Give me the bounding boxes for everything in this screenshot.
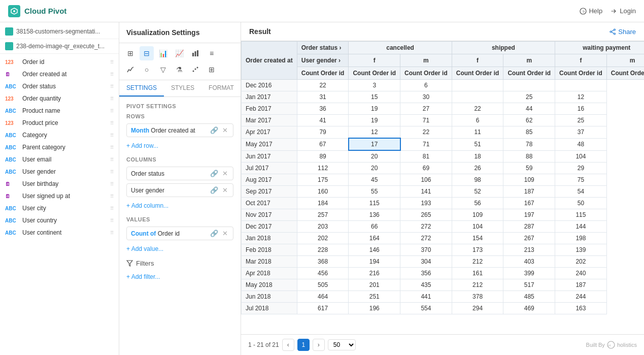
- value-pill-edit-0[interactable]: 🔗: [209, 230, 219, 237]
- sidebar-item-7[interactable]: ABCParent category⠿: [0, 141, 119, 153]
- svg-text:H: H: [608, 344, 611, 347]
- cell-9-3: 52: [452, 186, 503, 198]
- sidebar-item-4[interactable]: ABCProduct name⠿: [0, 105, 119, 117]
- cell-10-3: 56: [452, 198, 503, 209]
- row-pill-actions-0: 🔗 ✕: [209, 126, 229, 134]
- sidebar-item-12[interactable]: ABCUser city⠿: [0, 202, 119, 214]
- pivot-icon-btn[interactable]: ⊟: [140, 46, 154, 60]
- svg-text:?: ?: [583, 10, 585, 14]
- sidebar-item-badge-9: ABC: [5, 169, 19, 175]
- tab-format[interactable]: FORMAT: [201, 80, 241, 96]
- sidebar-item-13[interactable]: ABCUser country⠿: [0, 214, 119, 227]
- column-chart-icon-btn[interactable]: [188, 46, 202, 60]
- area-chart-icon-btn[interactable]: [123, 62, 138, 77]
- sidebar-item-1[interactable]: 🗓Order created at⠿: [0, 68, 119, 80]
- table-icon-btn[interactable]: ⊞: [123, 46, 138, 60]
- svg-rect-5: [195, 51, 196, 56]
- svg-point-7: [193, 71, 194, 72]
- prev-page-btn[interactable]: ‹: [282, 339, 294, 351]
- add-row-link[interactable]: + Add row...: [126, 140, 233, 151]
- sidebar-item-2[interactable]: ABCOrder status⠿: [0, 80, 119, 92]
- column-pill-remove-0[interactable]: ✕: [221, 170, 229, 177]
- line-chart-icon-btn[interactable]: 📈: [172, 46, 186, 60]
- cell-18-0: 464: [297, 291, 349, 303]
- cell-17-5: 187: [555, 279, 607, 291]
- column-pill-edit-1[interactable]: 🔗: [209, 186, 219, 194]
- tab-settings[interactable]: SETTINGS: [119, 80, 164, 96]
- result-header: Result Share: [241, 22, 644, 41]
- sidebar-item-14[interactable]: ABCUser continent⠿: [0, 227, 119, 239]
- cell-13-0: 202: [297, 233, 349, 244]
- th-count-3: Count Order id: [503, 67, 555, 80]
- tab-styles[interactable]: STYLES: [164, 80, 201, 96]
- sidebar-item-9[interactable]: ABCUser gender⠿: [0, 166, 119, 178]
- list-icon-btn[interactable]: ≡: [205, 46, 219, 60]
- help-link[interactable]: ? Help: [580, 7, 602, 15]
- page-1-btn[interactable]: 1: [297, 339, 310, 351]
- row-label-17: May 2018: [242, 279, 297, 291]
- value-pill-remove-0[interactable]: ✕: [221, 230, 229, 237]
- sidebar-item-drag-2: ⠿: [110, 84, 114, 89]
- table-head: Order created atOrder status ›cancelleds…: [242, 42, 645, 80]
- table-row: Jun 20178920811888104: [242, 150, 645, 163]
- add-column-link[interactable]: + Add column...: [126, 200, 233, 211]
- column-pill-remove-1[interactable]: ✕: [221, 186, 229, 194]
- sidebar-item-10[interactable]: 🗓User birthday⠿: [0, 178, 119, 190]
- cell-18-1: 251: [349, 291, 400, 303]
- next-page-btn[interactable]: ›: [313, 339, 325, 351]
- cell-17-1: 201: [349, 279, 400, 291]
- cell-8-1: 45: [349, 174, 400, 186]
- cell-13-3: 154: [452, 233, 503, 244]
- per-page-dropdown[interactable]: 50 25 100: [328, 339, 356, 350]
- cell-12-5: 144: [555, 221, 607, 233]
- funnel-icon-btn[interactable]: ▽: [156, 62, 170, 77]
- sidebar-item-11[interactable]: 🗓User signed up at⠿: [0, 190, 119, 202]
- pagination-controls: 1 - 21 of 21 ‹ 1 › 50 25 100: [248, 339, 356, 351]
- cell-6-4: 88: [503, 150, 555, 163]
- filter-icon-btn[interactable]: ⚗: [172, 62, 186, 77]
- sidebar-item-6[interactable]: ABCCategory⠿: [0, 129, 119, 141]
- cell-1-4: 25: [503, 91, 555, 103]
- result-table-container[interactable]: Order created atOrder status ›cancelleds…: [241, 41, 644, 334]
- datasource-name-1: 38158-customers-segmentati...: [16, 28, 114, 35]
- cell-0-0: 22: [297, 80, 349, 91]
- login-link[interactable]: Login: [611, 7, 636, 15]
- cell-0-3: [452, 80, 503, 91]
- sidebar-item-badge-4: ABC: [5, 108, 19, 114]
- add-value-link[interactable]: + Add value...: [126, 243, 233, 254]
- sidebar-item-0[interactable]: 123Order id⠿: [0, 56, 119, 68]
- svg-point-9: [197, 67, 198, 69]
- datasource-icon-2: [5, 42, 13, 50]
- add-filter-link[interactable]: + Add filter...: [126, 271, 233, 282]
- sidebar-datasource-1[interactable]: 38158-customers-segmentati...: [0, 24, 119, 39]
- scatter-icon-btn[interactable]: [188, 62, 202, 77]
- value-pill-label-0: Count of Order id: [131, 230, 206, 237]
- table-row: Dec 20162236: [242, 80, 645, 91]
- sidebar-item-8[interactable]: ABCUser email⠿: [0, 153, 119, 166]
- cell-5-5: 48: [555, 138, 607, 150]
- filter-icon: [126, 260, 133, 267]
- share-button[interactable]: Share: [609, 28, 636, 36]
- pie-chart-icon-btn[interactable]: ○: [140, 62, 154, 77]
- cell-14-4: 213: [503, 244, 555, 256]
- sidebar-item-3[interactable]: 123Order quantity⠿: [0, 92, 119, 105]
- datasource-icon-1: [5, 27, 13, 36]
- more-charts-icon-btn[interactable]: ⊞: [205, 62, 219, 77]
- sidebar-datasource-2[interactable]: 238-demo-image-qr_execute_t...: [0, 39, 119, 54]
- built-by: Built By H holistics: [586, 341, 637, 349]
- row-pill-label-0: Month Order created at: [131, 127, 206, 134]
- sidebar-item-drag-3: ⠿: [110, 96, 114, 102]
- row-pill-remove-0[interactable]: ✕: [221, 126, 229, 134]
- cell-5-1: 17: [349, 138, 400, 150]
- sidebar-item-5[interactable]: 123Product price⠿: [0, 117, 119, 129]
- bar-chart-icon-btn[interactable]: 📊: [156, 46, 170, 60]
- table-row: Apr 2017791222118537: [242, 126, 645, 139]
- th-group-2: waiting payment: [555, 42, 644, 54]
- row-pill-edit-0[interactable]: 🔗: [209, 126, 219, 134]
- pagination-bar: 1 - 21 of 21 ‹ 1 › 50 25 100 Built By H …: [241, 334, 644, 355]
- cell-16-3: 161: [452, 268, 503, 279]
- column-pill-edit-0[interactable]: 🔗: [209, 170, 219, 177]
- sidebar-item-badge-2: ABC: [5, 84, 19, 89]
- login-icon: [611, 8, 618, 15]
- sidebar-item-badge-0: 123: [5, 59, 19, 65]
